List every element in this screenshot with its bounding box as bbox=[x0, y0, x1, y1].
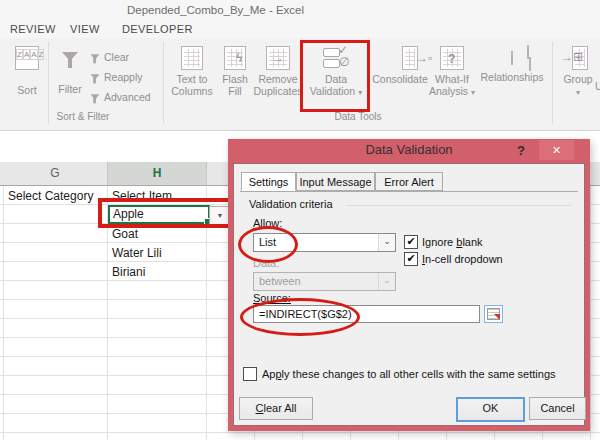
remove-duplicates-icon: → bbox=[266, 46, 290, 70]
cancel-button[interactable]: Cancel bbox=[529, 397, 586, 420]
separator bbox=[552, 42, 553, 124]
clear-all-button[interactable]: Clear All bbox=[239, 397, 313, 420]
column-header-g[interactable]: G bbox=[3, 162, 108, 186]
help-button[interactable]: ? bbox=[511, 141, 531, 161]
reapply-button[interactable]: Reapply bbox=[90, 68, 143, 86]
tab-error-alert[interactable]: Error Alert bbox=[375, 172, 443, 191]
sort-az-icon: ZAAZ bbox=[15, 46, 39, 70]
group-label-sort-filter: Sort & Filter bbox=[8, 111, 158, 122]
filter-funnel-icon bbox=[62, 52, 78, 61]
group-label-data-tools: Data Tools bbox=[168, 111, 548, 122]
section-divider bbox=[346, 205, 572, 206]
group-button[interactable]: →⊞ Group ▾ bbox=[556, 44, 600, 124]
reapply-filter-icon bbox=[91, 74, 100, 79]
ribbon-tab-review[interactable]: REVIEW bbox=[10, 23, 56, 35]
close-icon: ✕ bbox=[552, 144, 561, 156]
dropdown-caret-icon: ▾ bbox=[576, 88, 580, 97]
relationships-icon bbox=[498, 46, 526, 68]
advanced-filter-icon bbox=[91, 94, 100, 99]
dialog-title: Data Validation bbox=[228, 139, 590, 163]
data-combobox-disabled: between ⌄ bbox=[253, 272, 396, 291]
what-if-analysis-icon: ? bbox=[440, 46, 464, 70]
ok-button[interactable]: OK bbox=[456, 397, 525, 422]
clear-button[interactable]: Clear bbox=[90, 48, 129, 66]
excel-window: Depended_Combo_By_Me - Excel REVIEW VIEW… bbox=[0, 0, 600, 440]
chevron-down-icon[interactable]: ⌄ bbox=[378, 234, 395, 251]
cell-h4[interactable]: Water Lili bbox=[112, 246, 162, 260]
ignore-blank-checkbox[interactable]: ✔ bbox=[404, 235, 418, 249]
data-value: between bbox=[259, 275, 301, 287]
window-title: Depended_Combo_By_Me - Excel bbox=[127, 4, 304, 16]
in-cell-dropdown-checkbox[interactable]: ✔ bbox=[404, 252, 418, 266]
advanced-button[interactable]: Advanced bbox=[90, 88, 151, 106]
annotation-box-apple-cell bbox=[98, 198, 233, 228]
column-header-h[interactable]: H bbox=[108, 162, 207, 186]
tab-settings[interactable]: Settings bbox=[241, 172, 296, 191]
gridline bbox=[3, 186, 4, 440]
consolidate-icon: →▫ bbox=[402, 46, 418, 70]
close-button[interactable]: ✕ bbox=[539, 140, 574, 160]
clear-filter-icon bbox=[91, 54, 100, 59]
in-cell-dropdown-label: In-cell dropdown bbox=[422, 253, 503, 265]
cell-h5[interactable]: Biriani bbox=[112, 265, 145, 279]
data-validation-dialog: Data Validation ? ✕ Settings Input Messa… bbox=[228, 139, 590, 431]
annotation-ellipse-source bbox=[240, 298, 360, 336]
ribbon-tab-developer[interactable]: DEVELOPER bbox=[122, 23, 193, 35]
annotation-ellipse-list bbox=[238, 226, 298, 263]
text-to-columns-icon bbox=[181, 46, 203, 70]
dropdown-caret-icon: ▾ bbox=[471, 88, 475, 97]
group-icon: →⊞ bbox=[572, 46, 588, 70]
sort-label: Sort bbox=[8, 84, 46, 96]
check-icon: ✔ bbox=[406, 235, 415, 247]
range-arrow-icon bbox=[494, 314, 500, 320]
apply-changes-checkbox[interactable] bbox=[243, 367, 257, 381]
separator bbox=[163, 42, 164, 124]
filter-label: Filter bbox=[52, 83, 88, 95]
chevron-down-icon: ⌄ bbox=[378, 273, 395, 290]
range-selector-button[interactable] bbox=[484, 305, 503, 323]
tab-input-message[interactable]: Input Message bbox=[296, 172, 375, 191]
section-label: Validation criteria bbox=[249, 198, 333, 210]
check-icon: ✔ bbox=[406, 252, 415, 264]
cell-g1[interactable]: Select Category bbox=[8, 189, 93, 203]
flash-fill-icon: ϟ bbox=[224, 46, 246, 70]
cell-h3[interactable]: Goat bbox=[112, 227, 138, 241]
annotation-box-data-validation bbox=[300, 40, 370, 112]
tab-strip-line bbox=[240, 191, 578, 192]
ribbon-tab-view[interactable]: VIEW bbox=[70, 23, 100, 35]
apply-changes-label: Apply these changes to all other cells w… bbox=[262, 368, 556, 380]
divider bbox=[0, 130, 600, 131]
ungroup-button-partial[interactable]: U bbox=[595, 80, 600, 92]
dialog-body: Settings Input Message Error Alert Valid… bbox=[233, 163, 585, 426]
ignore-blank-label: Ignore blank bbox=[422, 236, 483, 248]
